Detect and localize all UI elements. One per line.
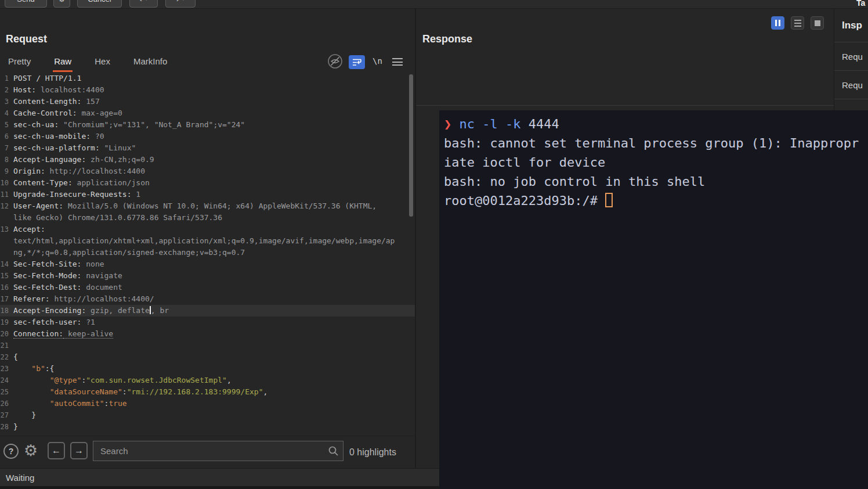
- gear-icon: ⚙: [24, 442, 38, 459]
- code-line[interactable]: 8Accept-Language: zh-CN,zh;q=0.9: [0, 154, 415, 166]
- line-number: 25: [0, 386, 9, 398]
- send-settings-button[interactable]: ⚙: [53, 0, 70, 8]
- previous-match-button[interactable]: ←: [48, 442, 65, 459]
- line-number: 11: [0, 189, 9, 200]
- tab-hex[interactable]: Hex: [93, 55, 111, 72]
- code-line[interactable]: 22{: [0, 351, 415, 363]
- target-label: Ta: [856, 0, 865, 8]
- square-icon: [815, 20, 820, 26]
- inspector-section[interactable]: Requ: [834, 71, 868, 99]
- history-forward-button[interactable]: ›▾: [165, 0, 196, 8]
- code-line[interactable]: 9Origin: http://localhost:4400: [0, 166, 415, 177]
- next-match-button[interactable]: →: [70, 442, 88, 459]
- inspector-section[interactable]: Requ: [834, 42, 868, 71]
- line-number: 12: [0, 200, 9, 212]
- help-button[interactable]: ?: [3, 444, 19, 459]
- code-line[interactable]: 25 "dataSourceName":"rmi://192.168.2.183…: [0, 386, 415, 398]
- editor-scrollbar[interactable]: [409, 74, 413, 217]
- pause-icon: [775, 20, 780, 26]
- terminal-line: bash: no job control in this shell: [444, 172, 868, 191]
- code-line[interactable]: 28}: [0, 421, 415, 433]
- editor-menu-button[interactable]: [392, 58, 403, 66]
- line-view-button[interactable]: [791, 16, 804, 30]
- search-settings-button[interactable]: ⚙: [24, 439, 38, 462]
- code-line[interactable]: 27 }: [0, 409, 415, 421]
- terminal-line: root@0012a223d93b:/#: [444, 191, 868, 210]
- request-tabs: PrettyRawHexMarkInfo: [7, 55, 168, 72]
- code-line[interactable]: 24 "@type":"com.sun.rowset.JdbcRowSetImp…: [0, 375, 415, 386]
- line-number: 21: [0, 340, 9, 351]
- code-line[interactable]: 20Connection: keep-alive: [0, 328, 415, 340]
- search-toolbar: ? ⚙ ← → 0 highlights: [0, 436, 415, 468]
- search-input[interactable]: [93, 441, 343, 461]
- code-line[interactable]: ng,*/*;q=0.8,application/signed-exchange…: [0, 247, 415, 258]
- chevron-down-icon: ▾: [182, 0, 185, 2]
- code-line[interactable]: 4Cache-Control: max-age=0: [0, 107, 415, 119]
- lines-icon: [794, 20, 801, 27]
- code-line[interactable]: 7sec-ch-ua-platform: "Linux": [0, 142, 415, 154]
- show-newlines-toggle[interactable]: \n: [372, 56, 382, 66]
- terminal-line: bash: cannot set terminal process group …: [444, 134, 868, 153]
- word-wrap-button[interactable]: [349, 55, 365, 69]
- inspector-title: Insp: [834, 9, 868, 42]
- code-line[interactable]: 26 "autoCommit":true: [0, 398, 415, 409]
- line-number: 18: [0, 305, 9, 317]
- tab-pretty[interactable]: Pretty: [7, 55, 32, 72]
- code-line[interactable]: 2Host: localhost:4400: [0, 84, 415, 96]
- request-editor[interactable]: 1POST / HTTP/1.12Host: localhost:44003Co…: [0, 73, 415, 436]
- tab-markinfo[interactable]: MarkInfo: [132, 55, 168, 72]
- code-line[interactable]: 11Upgrade-Insecure-Requests: 1: [0, 189, 415, 200]
- arrow-right-icon: →: [74, 445, 84, 456]
- cancel-button[interactable]: Cancel: [77, 0, 122, 8]
- code-line[interactable]: 6sec-ch-ua-mobile: ?0: [0, 131, 415, 142]
- line-number: 13: [0, 224, 9, 235]
- line-number: [0, 212, 9, 224]
- code-line[interactable]: 12User-Agent: Mozilla/5.0 (Windows NT 10…: [0, 200, 415, 212]
- line-number: 8: [0, 154, 9, 166]
- hide-nonprintable-button[interactable]: [327, 53, 343, 69]
- code-line[interactable]: 21: [0, 340, 415, 351]
- search-icon: [328, 445, 339, 459]
- stop-button[interactable]: [811, 16, 824, 30]
- request-panel: Request PrettyRawHexMarkInfo \n 1POST / …: [0, 9, 415, 468]
- response-divider: [416, 105, 834, 106]
- terminal-line: iate ioctl for device: [444, 153, 868, 172]
- chevron-right-icon: ›: [176, 0, 179, 3]
- send-button[interactable]: Send: [5, 0, 47, 8]
- terminal-window[interactable]: ❯ nc -l -k 4444bash: cannot set terminal…: [439, 110, 868, 489]
- request-title: Request: [6, 33, 47, 45]
- code-line[interactable]: 5sec-ch-ua: "Chromium";v="131", "Not_A B…: [0, 119, 415, 131]
- line-number: 20: [0, 328, 9, 340]
- line-number: 17: [0, 293, 9, 305]
- line-number: 19: [0, 317, 9, 328]
- tab-raw[interactable]: Raw: [53, 55, 73, 72]
- line-number: 22: [0, 351, 9, 363]
- line-number: 4: [0, 107, 9, 119]
- line-number: [0, 247, 9, 258]
- code-line[interactable]: 23 "b":{: [0, 363, 415, 375]
- code-line[interactable]: 15Sec-Fetch-Mode: navigate: [0, 270, 415, 282]
- word-wrap-icon: [352, 58, 361, 66]
- code-line[interactable]: 19sec-fetch-user: ?1: [0, 317, 415, 328]
- arrow-left-icon: ←: [52, 445, 61, 456]
- code-line[interactable]: text/html,application/xhtml+xml,applicat…: [0, 235, 415, 247]
- line-number: [0, 235, 9, 247]
- history-back-button[interactable]: ‹▾: [129, 0, 158, 8]
- code-line[interactable]: 10Content-Type: application/json: [0, 177, 415, 189]
- response-title: Response: [422, 33, 472, 45]
- line-number: 9: [0, 166, 9, 177]
- code-line[interactable]: 3Content-Length: 157: [0, 96, 415, 107]
- code-line[interactable]: 1POST / HTTP/1.1: [0, 73, 415, 84]
- code-line[interactable]: 14Sec-Fetch-Site: none: [0, 258, 415, 270]
- line-number: 7: [0, 142, 9, 154]
- line-number: 5: [0, 119, 9, 131]
- code-line[interactable]: 16Sec-Fetch-Dest: document: [0, 282, 415, 293]
- code-line[interactable]: like Gecko) Chrome/131.0.6778.86 Safari/…: [0, 212, 415, 224]
- code-line[interactable]: 13Accept:: [0, 224, 415, 235]
- line-number: 27: [0, 409, 9, 421]
- line-number: 24: [0, 375, 9, 386]
- code-line[interactable]: 17Referer: http://localhost:4400/: [0, 293, 415, 305]
- line-number: 1: [0, 73, 9, 84]
- code-line[interactable]: 18Accept-Encoding: gzip, deflate, br: [0, 305, 415, 317]
- pause-updates-button[interactable]: [771, 16, 784, 30]
